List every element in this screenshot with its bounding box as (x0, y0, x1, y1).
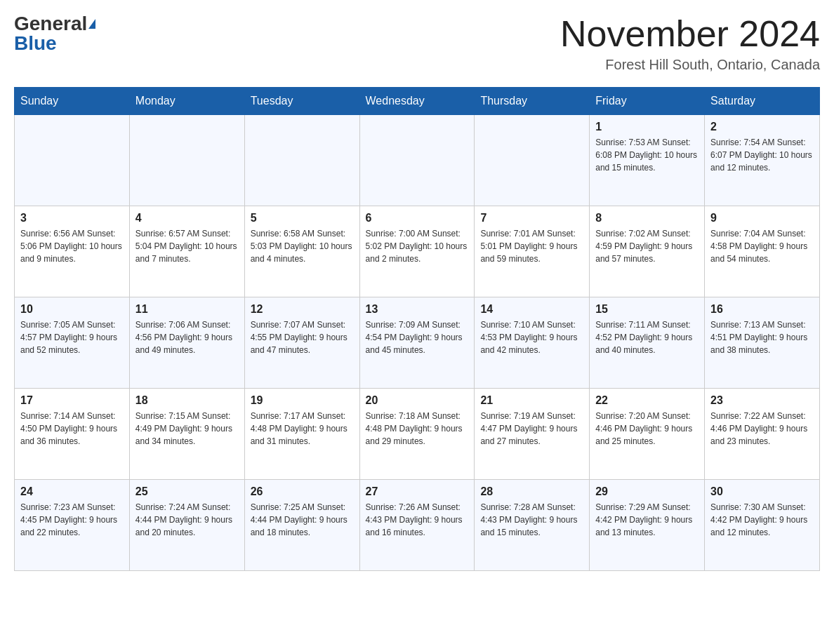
day-info: Sunrise: 7:23 AM Sunset: 4:45 PM Dayligh… (20, 501, 124, 539)
day-info: Sunrise: 7:09 AM Sunset: 4:54 PM Dayligh… (366, 318, 469, 356)
day-number: 22 (595, 394, 699, 407)
day-number: 21 (480, 394, 583, 407)
day-info: Sunrise: 7:30 AM Sunset: 4:42 PM Dayligh… (710, 501, 814, 539)
calendar-cell: 11Sunrise: 7:06 AM Sunset: 4:56 PM Dayli… (129, 297, 244, 389)
day-number: 10 (20, 303, 124, 316)
calendar-header-row: SundayMondayTuesdayWednesdayThursdayFrid… (15, 88, 820, 115)
calendar-header-thursday: Thursday (475, 88, 590, 115)
day-number: 20 (366, 394, 469, 407)
day-info: Sunrise: 7:26 AM Sunset: 4:43 PM Dayligh… (366, 501, 469, 539)
calendar-header-friday: Friday (590, 88, 705, 115)
day-number: 30 (710, 485, 814, 498)
calendar-cell: 8Sunrise: 7:02 AM Sunset: 4:59 PM Daylig… (590, 206, 705, 297)
day-info: Sunrise: 7:20 AM Sunset: 4:46 PM Dayligh… (595, 410, 699, 448)
day-info: Sunrise: 7:29 AM Sunset: 4:42 PM Dayligh… (595, 501, 699, 539)
day-info: Sunrise: 7:14 AM Sunset: 4:50 PM Dayligh… (20, 410, 124, 448)
logo-general-text: General (14, 14, 87, 34)
calendar-cell: 3Sunrise: 6:56 AM Sunset: 5:06 PM Daylig… (15, 206, 130, 297)
calendar-cell: 17Sunrise: 7:14 AM Sunset: 4:50 PM Dayli… (15, 389, 130, 480)
calendar-cell: 4Sunrise: 6:57 AM Sunset: 5:04 PM Daylig… (129, 206, 244, 297)
calendar-header-monday: Monday (129, 88, 244, 115)
calendar-cell: 30Sunrise: 7:30 AM Sunset: 4:42 PM Dayli… (705, 480, 820, 571)
calendar-cell (244, 115, 359, 206)
calendar-cell (15, 115, 130, 206)
day-info: Sunrise: 7:07 AM Sunset: 4:55 PM Dayligh… (251, 318, 354, 356)
day-info: Sunrise: 6:56 AM Sunset: 5:06 PM Dayligh… (20, 227, 124, 265)
logo-triangle-icon (88, 19, 95, 29)
calendar-cell: 29Sunrise: 7:29 AM Sunset: 4:42 PM Dayli… (590, 480, 705, 571)
day-number: 26 (251, 485, 354, 498)
calendar-cell (359, 115, 475, 206)
day-number: 4 (135, 212, 239, 224)
day-number: 13 (366, 303, 469, 316)
calendar-cell: 18Sunrise: 7:15 AM Sunset: 4:49 PM Dayli… (129, 389, 244, 480)
day-info: Sunrise: 7:05 AM Sunset: 4:57 PM Dayligh… (20, 318, 124, 356)
day-number: 29 (595, 485, 699, 498)
logo: General Blue (14, 14, 95, 53)
calendar-header-saturday: Saturday (705, 88, 820, 115)
day-number: 27 (366, 485, 469, 498)
calendar-cell: 2Sunrise: 7:54 AM Sunset: 6:07 PM Daylig… (705, 115, 820, 206)
calendar-cell: 28Sunrise: 7:28 AM Sunset: 4:43 PM Dayli… (475, 480, 590, 571)
day-number: 9 (710, 212, 814, 224)
day-info: Sunrise: 7:54 AM Sunset: 6:07 PM Dayligh… (710, 136, 814, 174)
location-text: Forest Hill South, Ontario, Canada (560, 57, 820, 73)
day-number: 3 (20, 212, 124, 224)
day-number: 23 (710, 394, 814, 407)
logo-blue-text: Blue (14, 34, 57, 53)
calendar-cell: 13Sunrise: 7:09 AM Sunset: 4:54 PM Dayli… (359, 297, 475, 389)
day-info: Sunrise: 7:22 AM Sunset: 4:46 PM Dayligh… (710, 410, 814, 448)
day-number: 11 (135, 303, 239, 316)
calendar-cell: 12Sunrise: 7:07 AM Sunset: 4:55 PM Dayli… (244, 297, 359, 389)
calendar-cell: 7Sunrise: 7:01 AM Sunset: 5:01 PM Daylig… (475, 206, 590, 297)
day-info: Sunrise: 7:19 AM Sunset: 4:47 PM Dayligh… (480, 410, 583, 448)
day-info: Sunrise: 6:58 AM Sunset: 5:03 PM Dayligh… (251, 227, 354, 265)
calendar-header-tuesday: Tuesday (244, 88, 359, 115)
calendar-cell: 1Sunrise: 7:53 AM Sunset: 6:08 PM Daylig… (590, 115, 705, 206)
day-number: 18 (135, 394, 239, 407)
calendar-cell: 20Sunrise: 7:18 AM Sunset: 4:48 PM Dayli… (359, 389, 475, 480)
calendar-week-row: 10Sunrise: 7:05 AM Sunset: 4:57 PM Dayli… (15, 297, 820, 389)
calendar-week-row: 17Sunrise: 7:14 AM Sunset: 4:50 PM Dayli… (15, 389, 820, 480)
page-header: General Blue November 2024 Forest Hill S… (14, 14, 820, 73)
day-number: 25 (135, 485, 239, 498)
day-info: Sunrise: 7:10 AM Sunset: 4:53 PM Dayligh… (480, 318, 583, 356)
day-info: Sunrise: 7:02 AM Sunset: 4:59 PM Dayligh… (595, 227, 699, 265)
day-number: 17 (20, 394, 124, 407)
calendar-cell: 9Sunrise: 7:04 AM Sunset: 4:58 PM Daylig… (705, 206, 820, 297)
day-number: 19 (251, 394, 354, 407)
day-number: 12 (251, 303, 354, 316)
day-info: Sunrise: 7:17 AM Sunset: 4:48 PM Dayligh… (251, 410, 354, 448)
day-number: 8 (595, 212, 699, 224)
calendar-week-row: 24Sunrise: 7:23 AM Sunset: 4:45 PM Dayli… (15, 480, 820, 571)
day-info: Sunrise: 7:24 AM Sunset: 4:44 PM Dayligh… (135, 501, 239, 539)
calendar-header-sunday: Sunday (15, 88, 130, 115)
day-number: 6 (366, 212, 469, 224)
day-info: Sunrise: 7:11 AM Sunset: 4:52 PM Dayligh… (595, 318, 699, 356)
day-number: 1 (595, 121, 699, 133)
day-info: Sunrise: 7:06 AM Sunset: 4:56 PM Dayligh… (135, 318, 239, 356)
day-info: Sunrise: 7:00 AM Sunset: 5:02 PM Dayligh… (366, 227, 469, 265)
title-area: November 2024 Forest Hill South, Ontario… (560, 14, 820, 73)
calendar-cell (129, 115, 244, 206)
day-number: 24 (20, 485, 124, 498)
calendar-cell (475, 115, 590, 206)
calendar-cell: 26Sunrise: 7:25 AM Sunset: 4:44 PM Dayli… (244, 480, 359, 571)
day-number: 14 (480, 303, 583, 316)
day-info: Sunrise: 7:28 AM Sunset: 4:43 PM Dayligh… (480, 501, 583, 539)
day-info: Sunrise: 7:18 AM Sunset: 4:48 PM Dayligh… (366, 410, 469, 448)
calendar-header-wednesday: Wednesday (359, 88, 475, 115)
calendar-cell: 6Sunrise: 7:00 AM Sunset: 5:02 PM Daylig… (359, 206, 475, 297)
calendar-cell: 5Sunrise: 6:58 AM Sunset: 5:03 PM Daylig… (244, 206, 359, 297)
day-number: 5 (251, 212, 354, 224)
day-info: Sunrise: 7:13 AM Sunset: 4:51 PM Dayligh… (710, 318, 814, 356)
calendar-cell: 15Sunrise: 7:11 AM Sunset: 4:52 PM Dayli… (590, 297, 705, 389)
calendar-table: SundayMondayTuesdayWednesdayThursdayFrid… (14, 87, 820, 571)
calendar-cell: 23Sunrise: 7:22 AM Sunset: 4:46 PM Dayli… (705, 389, 820, 480)
calendar-cell: 27Sunrise: 7:26 AM Sunset: 4:43 PM Dayli… (359, 480, 475, 571)
day-info: Sunrise: 7:15 AM Sunset: 4:49 PM Dayligh… (135, 410, 239, 448)
calendar-week-row: 1Sunrise: 7:53 AM Sunset: 6:08 PM Daylig… (15, 115, 820, 206)
calendar-cell: 21Sunrise: 7:19 AM Sunset: 4:47 PM Dayli… (475, 389, 590, 480)
day-number: 15 (595, 303, 699, 316)
calendar-cell: 16Sunrise: 7:13 AM Sunset: 4:51 PM Dayli… (705, 297, 820, 389)
